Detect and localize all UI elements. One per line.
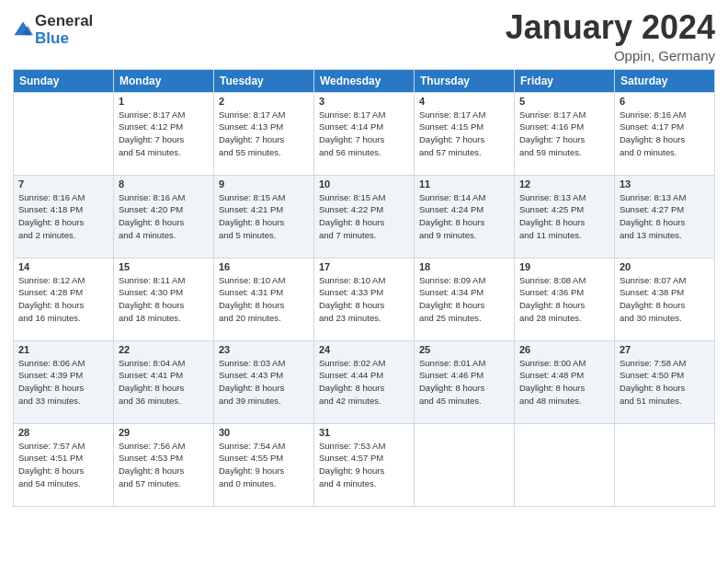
day-info: Sunrise: 7:58 AMSunset: 4:50 PMDaylight:…	[620, 357, 710, 408]
day-info: Sunrise: 8:02 AMSunset: 4:44 PMDaylight:…	[319, 357, 409, 408]
table-cell: 27Sunrise: 7:58 AMSunset: 4:50 PMDayligh…	[615, 340, 715, 423]
table-cell: 11Sunrise: 8:14 AMSunset: 4:24 PMDayligh…	[415, 175, 515, 258]
table-cell: 21Sunrise: 8:06 AMSunset: 4:39 PMDayligh…	[14, 340, 114, 423]
col-monday: Monday	[114, 69, 214, 92]
table-cell: 30Sunrise: 7:54 AMSunset: 4:55 PMDayligh…	[214, 423, 314, 506]
table-cell	[14, 92, 114, 175]
col-thursday: Thursday	[415, 69, 515, 92]
table-cell: 24Sunrise: 8:02 AMSunset: 4:44 PMDayligh…	[314, 340, 415, 423]
col-wednesday: Wednesday	[314, 69, 415, 92]
day-number: 21	[18, 344, 108, 355]
day-info: Sunrise: 8:09 AMSunset: 4:34 PMDaylight:…	[419, 274, 509, 325]
day-number: 25	[419, 344, 509, 355]
table-cell: 16Sunrise: 8:10 AMSunset: 4:31 PMDayligh…	[214, 258, 314, 340]
day-info: Sunrise: 8:17 AMSunset: 4:15 PMDaylight:…	[419, 109, 509, 159]
day-info: Sunrise: 8:13 AMSunset: 4:25 PMDaylight:…	[519, 191, 609, 242]
day-info: Sunrise: 7:57 AMSunset: 4:51 PMDaylight:…	[18, 440, 108, 490]
table-cell: 19Sunrise: 8:08 AMSunset: 4:36 PMDayligh…	[515, 258, 615, 340]
day-number: 24	[319, 344, 409, 355]
day-info: Sunrise: 8:10 AMSunset: 4:33 PMDaylight:…	[319, 274, 409, 325]
day-info: Sunrise: 8:17 AMSunset: 4:14 PMDaylight:…	[319, 109, 409, 159]
table-cell	[415, 423, 515, 506]
day-info: Sunrise: 8:17 AMSunset: 4:12 PMDaylight:…	[119, 109, 209, 159]
table-cell: 25Sunrise: 8:01 AMSunset: 4:46 PMDayligh…	[415, 340, 515, 423]
table-cell: 8Sunrise: 8:16 AMSunset: 4:20 PMDaylight…	[114, 175, 214, 258]
table-cell: 6Sunrise: 8:16 AMSunset: 4:17 PMDaylight…	[615, 92, 715, 175]
day-number: 6	[620, 96, 710, 107]
table-cell	[515, 423, 615, 506]
table-cell: 12Sunrise: 8:13 AMSunset: 4:25 PMDayligh…	[515, 175, 615, 258]
day-number: 28	[18, 427, 108, 438]
day-number: 30	[219, 427, 309, 438]
day-info: Sunrise: 8:07 AMSunset: 4:38 PMDaylight:…	[620, 274, 710, 325]
table-cell: 14Sunrise: 8:12 AMSunset: 4:28 PMDayligh…	[14, 258, 114, 340]
day-number: 3	[319, 96, 409, 107]
day-number: 2	[219, 96, 309, 107]
day-number: 18	[419, 261, 509, 272]
day-number: 9	[219, 178, 309, 190]
page: General Blue January 2024 Oppin, Germany…	[0, 0, 728, 563]
day-info: Sunrise: 8:10 AMSunset: 4:31 PMDaylight:…	[219, 274, 309, 325]
table-cell: 3Sunrise: 8:17 AMSunset: 4:14 PMDaylight…	[314, 92, 415, 175]
table-cell: 1Sunrise: 8:17 AMSunset: 4:12 PMDaylight…	[114, 92, 214, 175]
day-number: 13	[620, 178, 710, 190]
day-info: Sunrise: 8:01 AMSunset: 4:46 PMDaylight:…	[419, 357, 509, 408]
day-number: 4	[419, 96, 509, 107]
day-number: 17	[319, 261, 409, 272]
day-number: 22	[119, 344, 209, 355]
col-friday: Friday	[515, 69, 615, 92]
day-number: 14	[18, 261, 108, 272]
logo-icon	[13, 20, 33, 40]
calendar-subtitle: Oppin, Germany	[506, 48, 715, 63]
table-cell: 18Sunrise: 8:09 AMSunset: 4:34 PMDayligh…	[415, 258, 515, 340]
table-cell: 23Sunrise: 8:03 AMSunset: 4:43 PMDayligh…	[214, 340, 314, 423]
table-cell: 2Sunrise: 8:17 AMSunset: 4:13 PMDaylight…	[214, 92, 314, 175]
title-section: January 2024 Oppin, Germany	[506, 9, 715, 63]
day-info: Sunrise: 8:11 AMSunset: 4:30 PMDaylight:…	[119, 274, 209, 325]
table-cell: 20Sunrise: 8:07 AMSunset: 4:38 PMDayligh…	[615, 258, 715, 340]
col-sunday: Sunday	[14, 69, 114, 92]
day-info: Sunrise: 8:17 AMSunset: 4:16 PMDaylight:…	[519, 109, 609, 159]
calendar-table: Sunday Monday Tuesday Wednesday Thursday…	[13, 69, 715, 507]
day-info: Sunrise: 8:08 AMSunset: 4:36 PMDaylight:…	[519, 274, 609, 325]
day-info: Sunrise: 8:15 AMSunset: 4:22 PMDaylight:…	[319, 191, 409, 242]
table-cell: 22Sunrise: 8:04 AMSunset: 4:41 PMDayligh…	[114, 340, 214, 423]
header: General Blue January 2024 Oppin, Germany	[13, 9, 715, 63]
col-tuesday: Tuesday	[214, 69, 314, 92]
day-number: 23	[219, 344, 309, 355]
day-info: Sunrise: 8:16 AMSunset: 4:20 PMDaylight:…	[119, 191, 209, 242]
day-info: Sunrise: 7:54 AMSunset: 4:55 PMDaylight:…	[219, 440, 309, 490]
logo: General Blue	[13, 13, 93, 47]
day-info: Sunrise: 8:06 AMSunset: 4:39 PMDaylight:…	[18, 357, 108, 408]
day-number: 19	[519, 261, 609, 272]
calendar-title: January 2024	[506, 9, 715, 46]
table-cell: 4Sunrise: 8:17 AMSunset: 4:15 PMDaylight…	[415, 92, 515, 175]
day-info: Sunrise: 8:13 AMSunset: 4:27 PMDaylight:…	[620, 191, 710, 242]
table-cell: 31Sunrise: 7:53 AMSunset: 4:57 PMDayligh…	[314, 423, 415, 506]
day-number: 20	[620, 261, 710, 272]
day-info: Sunrise: 7:56 AMSunset: 4:53 PMDaylight:…	[119, 440, 209, 490]
table-cell: 5Sunrise: 8:17 AMSunset: 4:16 PMDaylight…	[515, 92, 615, 175]
table-cell: 9Sunrise: 8:15 AMSunset: 4:21 PMDaylight…	[214, 175, 314, 258]
header-row: Sunday Monday Tuesday Wednesday Thursday…	[14, 69, 715, 92]
table-cell: 29Sunrise: 7:56 AMSunset: 4:53 PMDayligh…	[114, 423, 214, 506]
table-cell: 26Sunrise: 8:00 AMSunset: 4:48 PMDayligh…	[515, 340, 615, 423]
day-info: Sunrise: 8:16 AMSunset: 4:18 PMDaylight:…	[18, 191, 108, 242]
day-info: Sunrise: 8:04 AMSunset: 4:41 PMDaylight:…	[119, 357, 209, 408]
day-info: Sunrise: 7:53 AMSunset: 4:57 PMDaylight:…	[319, 440, 409, 490]
day-number: 16	[219, 261, 309, 272]
day-number: 5	[519, 96, 609, 107]
day-info: Sunrise: 8:15 AMSunset: 4:21 PMDaylight:…	[219, 191, 309, 242]
day-number: 29	[119, 427, 209, 438]
day-info: Sunrise: 8:16 AMSunset: 4:17 PMDaylight:…	[620, 109, 710, 159]
day-info: Sunrise: 8:03 AMSunset: 4:43 PMDaylight:…	[219, 357, 309, 408]
day-number: 11	[419, 178, 509, 190]
day-number: 31	[319, 427, 409, 438]
logo-text: General Blue	[35, 13, 93, 47]
day-number: 1	[119, 96, 209, 107]
day-info: Sunrise: 8:12 AMSunset: 4:28 PMDaylight:…	[18, 274, 108, 325]
table-cell: 10Sunrise: 8:15 AMSunset: 4:22 PMDayligh…	[314, 175, 415, 258]
table-cell: 13Sunrise: 8:13 AMSunset: 4:27 PMDayligh…	[615, 175, 715, 258]
table-cell: 7Sunrise: 8:16 AMSunset: 4:18 PMDaylight…	[14, 175, 114, 258]
day-number: 12	[519, 178, 609, 190]
